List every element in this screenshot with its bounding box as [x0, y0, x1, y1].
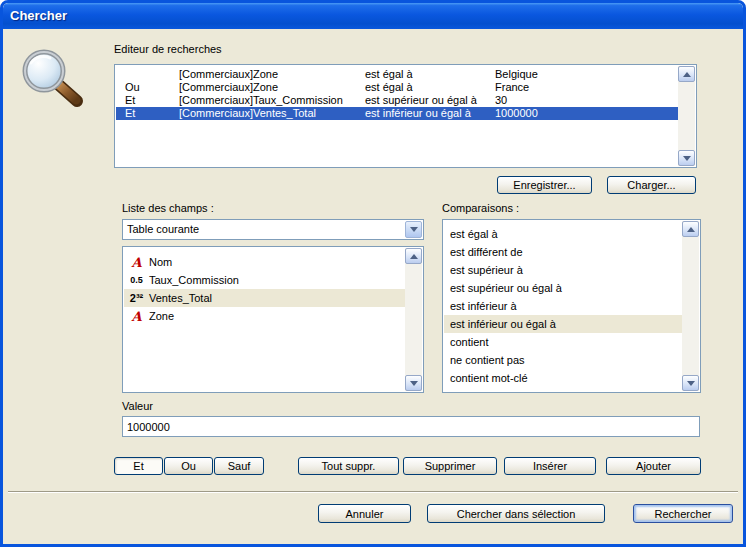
comparisons-label: Comparaisons :	[442, 202, 519, 214]
load-button[interactable]: Charger...	[607, 176, 696, 194]
field-item-selected[interactable]: 2³² Ventes_Total	[124, 289, 405, 307]
row-field: [Commerciaux]Zone	[179, 81, 278, 94]
delete-all-button[interactable]: Tout suppr.	[298, 457, 399, 475]
alpha-field-icon: A	[128, 309, 145, 324]
value-label: Valeur	[122, 400, 153, 412]
real-field-icon: 0.5	[128, 275, 145, 285]
scroll-up-button[interactable]	[682, 221, 699, 237]
comparisons-rows: est égal à est différent de est supérieu…	[444, 221, 682, 391]
row-comparator: est supérieur ou égal à	[365, 94, 477, 107]
field-item[interactable]: A Nom	[124, 253, 405, 271]
add-button[interactable]: Ajouter	[606, 457, 701, 475]
comparisons-scrollbar[interactable]	[682, 221, 699, 391]
comparison-item[interactable]: contient	[444, 333, 682, 351]
arrow-up-icon	[687, 227, 695, 232]
table-selector[interactable]: Table courante	[122, 219, 424, 240]
field-list-scrollbar[interactable]	[405, 248, 422, 391]
chercher-dialog: Chercher	[0, 0, 746, 547]
table-selector-value: Table courante	[127, 220, 199, 239]
comparison-item[interactable]: est supérieur ou égal à	[444, 279, 682, 297]
delete-button[interactable]: Supprimer	[403, 457, 497, 475]
arrow-up-icon	[683, 72, 691, 77]
insert-button[interactable]: Insérer	[504, 457, 596, 475]
conjunction-et-button[interactable]: Et	[114, 457, 163, 475]
scroll-up-button[interactable]	[405, 248, 422, 264]
row-value: Belgique	[495, 68, 538, 81]
comparison-item[interactable]: est inférieur à	[444, 297, 682, 315]
search-rows: [Commerciaux]Zone est égal à Belgique Ou…	[116, 66, 678, 166]
editor-label: Editeur de recherches	[114, 43, 222, 55]
search-button[interactable]: Rechercher	[633, 504, 733, 523]
comparison-item[interactable]: est différent de	[444, 243, 682, 261]
row-field: [Commerciaux]Ventes_Total	[179, 107, 316, 120]
magnifier-icon	[17, 47, 87, 109]
chevron-down-icon	[410, 227, 418, 232]
field-label: Nom	[149, 256, 172, 268]
comparison-item[interactable]: est supérieur à	[444, 261, 682, 279]
scroll-down-button[interactable]	[682, 375, 699, 391]
footer-separator	[8, 491, 738, 493]
fields-label: Liste des champs :	[122, 202, 214, 214]
scroll-down-button[interactable]	[405, 375, 422, 391]
arrow-down-icon	[683, 156, 691, 161]
field-item[interactable]: 0.5 Taux_Commission	[124, 271, 405, 289]
field-item[interactable]: A Zone	[124, 307, 405, 325]
field-label: Ventes_Total	[149, 292, 212, 304]
field-label: Zone	[149, 310, 174, 322]
field-list-rows: A Nom 0.5 Taux_Commission 2³² Ventes_Tot…	[124, 248, 405, 391]
dropdown-button[interactable]	[405, 221, 422, 238]
arrow-down-icon	[687, 381, 695, 386]
row-conjunction: Ou	[125, 81, 140, 94]
search-criteria-list[interactable]: [Commerciaux]Zone est égal à Belgique Ou…	[114, 64, 697, 168]
title-bar[interactable]: Chercher	[3, 3, 743, 29]
comparison-item[interactable]: contient mot-clé	[444, 369, 682, 387]
cancel-button[interactable]: Annuler	[318, 504, 411, 523]
value-input[interactable]	[122, 416, 700, 437]
field-list[interactable]: A Nom 0.5 Taux_Commission 2³² Ventes_Tot…	[122, 246, 424, 393]
dialog-body: Editeur de recherches [Commerciaux]Zone …	[3, 29, 743, 544]
comparison-item-selected[interactable]: est inférieur ou égal à	[444, 315, 682, 333]
arrow-down-icon	[410, 381, 418, 386]
alpha-field-icon: A	[128, 255, 145, 270]
row-comparator: est égal à	[365, 68, 413, 81]
conjunction-sauf-button[interactable]: Sauf	[214, 457, 264, 475]
search-row[interactable]: Et [Commerciaux]Taux_Commission est supé…	[116, 94, 678, 107]
row-conjunction: Et	[125, 107, 135, 120]
row-field: [Commerciaux]Taux_Commission	[179, 94, 343, 107]
search-list-scrollbar[interactable]	[678, 66, 695, 166]
row-value: 1000000	[495, 107, 538, 120]
comparison-item[interactable]: est égal à	[444, 225, 682, 243]
row-comparator: est égal à	[365, 81, 413, 94]
window-title: Chercher	[3, 3, 67, 28]
search-in-selection-button[interactable]: Chercher dans sélection	[427, 504, 605, 523]
comparison-item[interactable]: ne contient pas	[444, 351, 682, 369]
longint-field-icon: 2³²	[128, 292, 145, 304]
arrow-up-icon	[410, 254, 418, 259]
comparisons-list[interactable]: est égal à est différent de est supérieu…	[442, 219, 701, 393]
scroll-up-button[interactable]	[678, 66, 695, 82]
search-row[interactable]: Ou [Commerciaux]Zone est égal à France	[116, 81, 678, 94]
save-button[interactable]: Enregistrer...	[497, 176, 592, 194]
row-field: [Commerciaux]Zone	[179, 68, 278, 81]
row-value: 30	[495, 94, 507, 107]
row-conjunction: Et	[125, 94, 135, 107]
search-row[interactable]: [Commerciaux]Zone est égal à Belgique	[116, 68, 678, 81]
search-row-selected[interactable]: Et [Commerciaux]Ventes_Total est inférie…	[116, 107, 678, 120]
field-label: Taux_Commission	[149, 274, 239, 286]
row-comparator: est inférieur ou égal à	[365, 107, 471, 120]
conjunction-ou-button[interactable]: Ou	[164, 457, 213, 475]
row-value: France	[495, 81, 529, 94]
scroll-down-button[interactable]	[678, 150, 695, 166]
